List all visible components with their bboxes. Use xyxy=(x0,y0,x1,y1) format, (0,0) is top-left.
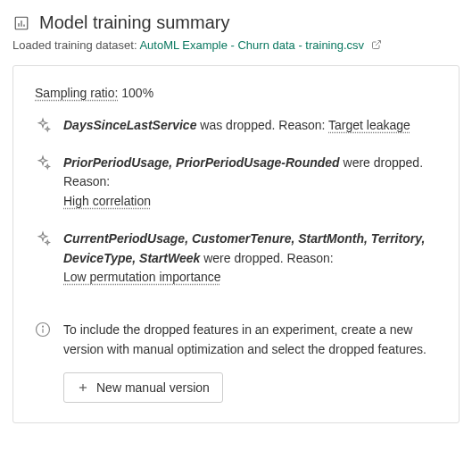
insight-row: CurrentPeriodUsage, CustomerTenure, Star… xyxy=(35,230,437,288)
insight-suffix: were dropped. Reason: xyxy=(200,251,333,265)
page-title: Model training summary xyxy=(39,13,229,33)
insight-row: PriorPeriodUsage, PriorPeriodUsage-Round… xyxy=(35,154,437,212)
sparkle-icon xyxy=(35,230,51,246)
insight-text: PriorPeriodUsage, PriorPeriodUsage-Round… xyxy=(63,154,437,212)
info-text: To include the dropped features in an ex… xyxy=(63,320,437,360)
svg-line-4 xyxy=(376,41,381,46)
new-manual-version-label: New manual version xyxy=(96,380,210,395)
insight-text: CurrentPeriodUsage, CustomerTenure, Star… xyxy=(63,230,437,288)
sampling-label: Sampling ratio: xyxy=(35,86,118,100)
dataset-name: AutoML Example - Churn data - training.c… xyxy=(139,38,364,52)
info-content: To include the dropped features in an ex… xyxy=(63,320,437,403)
sampling-value: 100% xyxy=(121,86,153,100)
reason-link[interactable]: Low permutation importance xyxy=(63,270,221,284)
insight-row: DaysSinceLastService was dropped. Reason… xyxy=(35,116,437,136)
dataset-prefix: Loaded training dataset: xyxy=(12,38,139,52)
info-section: To include the dropped features in an ex… xyxy=(35,320,437,403)
dataset-link[interactable]: AutoML Example - Churn data - training.c… xyxy=(139,38,381,52)
sampling-row: Sampling ratio: 100% xyxy=(35,86,437,100)
insight-text: DaysSinceLastService was dropped. Reason… xyxy=(63,116,437,136)
training-summary-panel: Sampling ratio: 100% DaysSinceLastServic… xyxy=(12,65,460,423)
bar-chart-icon xyxy=(12,14,30,32)
reason-link[interactable]: Target leakage xyxy=(328,118,410,132)
sparkle-icon xyxy=(35,154,51,171)
external-link-icon xyxy=(371,39,382,53)
svg-point-7 xyxy=(43,326,44,327)
sparkle-icon xyxy=(35,117,51,133)
dataset-subheader: Loaded training dataset: AutoML Example … xyxy=(12,38,460,53)
page-header: Model training summary xyxy=(12,13,460,33)
new-manual-version-button[interactable]: New manual version xyxy=(63,372,223,403)
reason-link[interactable]: High correlation xyxy=(63,194,151,208)
feature-names: PriorPeriodUsage, PriorPeriodUsage-Round… xyxy=(63,155,340,170)
insight-suffix: was dropped. Reason: xyxy=(196,118,328,132)
feature-names: DaysSinceLastService xyxy=(63,118,196,132)
info-icon xyxy=(35,322,51,338)
plus-icon xyxy=(77,381,89,394)
